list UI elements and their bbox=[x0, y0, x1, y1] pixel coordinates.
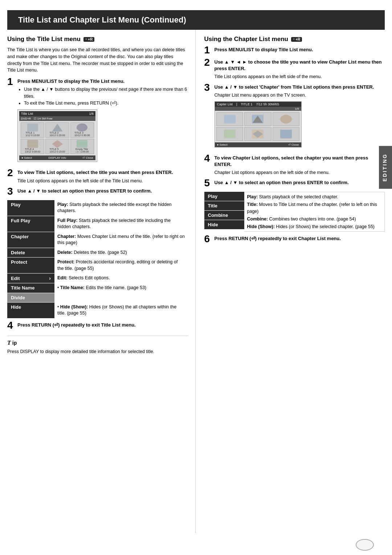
chapter-cell-2 bbox=[244, 112, 271, 126]
chapter-cell-3 bbox=[273, 112, 300, 126]
chapter-label-hide: Hide bbox=[204, 220, 244, 229]
menu-label-fullplay: Full Play bbox=[7, 216, 54, 232]
title-list-screenshot: Title List 1/6 DVD+R ☑ 1H 5M Free TITLE … bbox=[17, 109, 97, 162]
menu-row-chapter: Chapter Chapter: Moves Chapter List menu… bbox=[7, 232, 188, 248]
step-2-body: Title List options appears on the left s… bbox=[17, 178, 188, 184]
right-step-3: 3 Use ▲ / ▼ to select 'Chapter' from Tit… bbox=[204, 84, 385, 151]
menu-label-play: Play bbox=[7, 200, 54, 216]
right-step-4-body: Chapter List options appears on the left… bbox=[215, 169, 385, 176]
cell-1: TITLE 11/12 0:10:00 bbox=[21, 122, 44, 138]
menu-row-protect: Protect Protect: Protects accidental rec… bbox=[7, 258, 188, 273]
chapter-desc-title: Title: Moves to Title List menu of the c… bbox=[247, 201, 382, 214]
chapter-desc-play: Play: Starts playback of the selected ch… bbox=[247, 194, 382, 200]
left-step-4: 4 Press RETURN (⏎) repeatedly to exit Ti… bbox=[7, 322, 188, 331]
menu-desc-fullplay: Full Play: Starts playback the selected … bbox=[54, 216, 188, 232]
menu-desc-play: Play: Starts playback the selected title… bbox=[54, 200, 188, 216]
left-column: Using the Title List menu + +R The Title… bbox=[7, 30, 196, 533]
right-badge: + +R bbox=[291, 37, 302, 42]
menu-row-fullplay: Full Play Full Play: Starts playback the… bbox=[7, 216, 188, 232]
step-4-num: 4 bbox=[7, 320, 15, 331]
step-2-title: To view Title List options, select the t… bbox=[17, 169, 188, 176]
right-step-6: 6 Press RETURN (⏎) repeatedly to exit Ch… bbox=[204, 235, 385, 244]
menu-label-hide: Hide bbox=[7, 303, 54, 318]
menu-row-play: Play Play: Starts playback the selected … bbox=[7, 200, 188, 216]
right-step-4: 4 To view Chapter List options, select t… bbox=[204, 155, 385, 176]
menu-row-edit: Edit › Edit: Selects Edit options. bbox=[7, 274, 188, 283]
editing-tab: EDITING bbox=[379, 146, 392, 189]
menu-desc-hide: • Hide (Show): Hides (or Shows) the all … bbox=[54, 303, 188, 318]
menu-desc-protect: Protect: Protects accidental recording, … bbox=[54, 258, 188, 273]
menu-options: Play Play: Starts playback the selected … bbox=[7, 200, 188, 318]
menu-row-divide: Divide bbox=[7, 293, 188, 302]
main-header: Title List and Chapter List Menu (Contin… bbox=[7, 10, 385, 30]
right-step-1: 1 Press MENU/LIST to display Title List … bbox=[204, 46, 385, 55]
chapter-menu-options: Play Title Combine Hide Play: Starts pla… bbox=[204, 192, 385, 232]
chapter-screenshot-header: Capter List | TITLE 1 7/12 5h 30M/6S bbox=[215, 102, 301, 107]
page-footer bbox=[0, 533, 392, 555]
left-step-3: 3 Use ▲ / ▼ to select an option then pre… bbox=[7, 188, 188, 197]
step-1-num: 1 bbox=[7, 77, 15, 87]
left-step-2: 2 To view Title List options, select the… bbox=[7, 169, 188, 184]
cell-6: Empty Title--/-- 1:06:00 bbox=[70, 139, 94, 154]
menu-desc-delete: Delete: Deletes the title. (page 52) bbox=[54, 248, 188, 258]
menu-label-delete: Delete bbox=[7, 248, 54, 258]
right-step-6-num: 6 bbox=[204, 234, 212, 244]
step-1-title: Press MENU/LIST to display the Title Lis… bbox=[17, 78, 188, 85]
menu-desc-divide bbox=[54, 293, 188, 302]
cell-5: TITLE 510/12 0:15:00 bbox=[45, 139, 69, 154]
cell-4: TITLE 413/12 0:08:00 bbox=[21, 139, 44, 154]
chapter-label-play: Play bbox=[204, 192, 244, 201]
tip-title: T ip bbox=[7, 340, 188, 346]
menu-row-hide: Hide • Hide (Show): Hides (or Shows) the… bbox=[7, 303, 188, 318]
right-step-1-num: 1 bbox=[204, 45, 212, 55]
right-step-5-num: 5 bbox=[204, 178, 212, 188]
step-1-list: Use the ▲ / ▼ buttons to display the pre… bbox=[17, 86, 188, 106]
edit-arrow-icon: › bbox=[49, 275, 51, 281]
menu-label-titlename: Title Name bbox=[7, 283, 54, 293]
chapter-cell-5 bbox=[244, 127, 271, 141]
menu-label-edit: Edit › bbox=[7, 274, 54, 283]
svg-marker-0 bbox=[253, 116, 263, 123]
step-4-title: Press RETURN (⏎) repeatedly to exit Titl… bbox=[17, 322, 188, 328]
chapter-menu-labels: Play Title Combine Hide bbox=[204, 192, 244, 232]
left-badge: + +R bbox=[83, 37, 94, 42]
right-step-5: 5 Use ▲ / ▼ to select an option then pre… bbox=[204, 179, 385, 188]
right-step-2-body: Title List options appears on the left s… bbox=[215, 73, 385, 80]
cell-2: TITLE 210/12 0:20:00 bbox=[45, 122, 69, 138]
chapter-cell-1 bbox=[216, 112, 244, 126]
decorative-circle bbox=[356, 539, 374, 551]
menu-desc-edit: Edit: Selects Edit options. bbox=[54, 274, 188, 283]
right-column: Using the Chapter List menu + +R 1 Press… bbox=[196, 30, 385, 533]
content-area: EDITING Using the Title List menu + +R T… bbox=[0, 30, 392, 533]
cell-3: TITLE 310/12 0:30:00 bbox=[70, 122, 94, 138]
chapter-label-combine: Combine bbox=[204, 211, 244, 220]
right-step-4-title: To view Chapter List options, select the… bbox=[215, 155, 385, 168]
right-step-2: 2 Use ▲ ▼ ◄ ► to choose the title you wa… bbox=[204, 59, 385, 80]
step-3-num: 3 bbox=[7, 186, 15, 197]
right-step-1-title: Press MENU/LIST to display Title List me… bbox=[215, 46, 385, 53]
step-3-title: Use ▲ / ▼ to select an option then press… bbox=[17, 188, 188, 194]
chapter-menu-descs: Play: Starts playback of the selected ch… bbox=[244, 192, 385, 232]
menu-label-divide: Divide bbox=[7, 293, 54, 302]
screenshot-header: Title List 1/6 bbox=[19, 111, 95, 116]
right-step-4-num: 4 bbox=[204, 153, 212, 163]
chapter-desc-hide: Hide (Show): Hides (or Shows) the select… bbox=[247, 223, 382, 230]
step-1-bullet-1: Use the ▲ / ▼ buttons to display the pre… bbox=[24, 86, 188, 100]
menu-row-titlename: Title Name • Title Name: Edits the title… bbox=[7, 283, 188, 293]
left-step-1: 1 Press MENU/LIST to display the Title L… bbox=[7, 78, 188, 166]
right-step-3-body: Chapter List menu appears on the TV scre… bbox=[215, 92, 385, 98]
menu-desc-titlename: • Title Name: Edits the title name. (pag… bbox=[54, 283, 188, 293]
menu-label-protect: Protect bbox=[7, 258, 54, 273]
chapter-cell-6 bbox=[273, 127, 300, 141]
menu-desc-chapter: Chapter: Moves Chapter List menu of the … bbox=[54, 232, 188, 248]
screenshot-info: DVD+R ☑ 1H 5M Free bbox=[19, 116, 95, 121]
left-intro: The Title List is where you can see the … bbox=[7, 46, 188, 74]
tip-box: T ip Press DISPLAY to display more detai… bbox=[7, 336, 188, 355]
right-section-title: Using the Chapter List menu + +R bbox=[204, 36, 385, 43]
menu-row-delete: Delete Delete: Deletes the title. (page … bbox=[7, 248, 188, 258]
page-wrapper: Title List and Chapter List Menu (Contin… bbox=[0, 0, 392, 555]
right-step-6-title: Press RETURN (⏎) repeatedly to exit Chap… bbox=[215, 235, 385, 242]
right-step-2-num: 2 bbox=[204, 57, 212, 68]
step-2-num: 2 bbox=[7, 168, 15, 178]
svg-marker-1 bbox=[253, 130, 263, 138]
